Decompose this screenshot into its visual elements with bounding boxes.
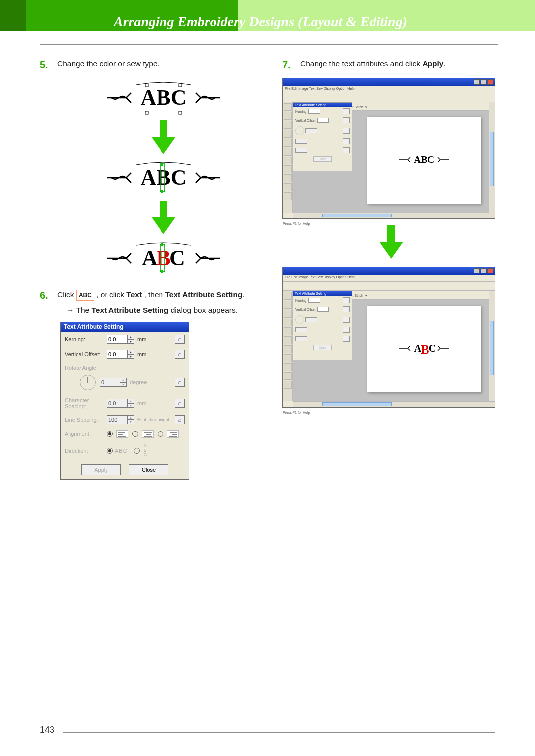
svg-text:A: A: [142, 246, 158, 270]
tool-icon[interactable]: [284, 336, 292, 344]
svg-text:ABC: ABC: [141, 165, 187, 190]
rotate-input: [100, 378, 120, 387]
text: Change the text attributes and click: [300, 59, 422, 68]
scrollbar-horizontal[interactable]: [293, 213, 495, 218]
reset-icon[interactable]: [343, 117, 350, 123]
reset-icon[interactable]: [175, 335, 185, 344]
tool-icon[interactable]: [284, 310, 292, 318]
reset-icon[interactable]: [343, 108, 350, 114]
panel-row-disabled: [293, 334, 352, 343]
reset-icon[interactable]: [175, 350, 185, 359]
design-page: A B C: [367, 306, 481, 392]
arrow-down-icon: [377, 225, 405, 260]
unit: % of char height: [137, 417, 169, 422]
scroll-thumb[interactable]: [322, 402, 392, 406]
text: → The: [66, 306, 92, 314]
svg-text:C: C: [429, 343, 436, 354]
panel-close-button[interactable]: Close: [313, 345, 332, 350]
tool-icon[interactable]: [284, 183, 292, 191]
side-toolbar: [283, 291, 293, 401]
motif-stage-1: ABC: [102, 78, 225, 117]
align-right-radio: [158, 431, 163, 437]
tool-icon[interactable]: [284, 301, 292, 309]
window-buttons: [474, 79, 493, 85]
text-attribute-panel: Text Attribute Setting Kerning: Vertical…: [293, 291, 352, 360]
row-kerning: Kerning: ▲▼ mm: [61, 332, 189, 347]
tool-icon[interactable]: [284, 327, 292, 335]
tool-icon[interactable]: [284, 148, 292, 156]
left-column: 5. Change the color or sew type. ABC: [40, 59, 258, 480]
tool-icon[interactable]: [284, 345, 292, 353]
field[interactable]: [317, 307, 329, 312]
align-right-icon: [167, 430, 179, 438]
panel-row-kerning: Kerning:: [293, 296, 352, 305]
kerning-spinner[interactable]: ▲▼: [127, 335, 134, 344]
reset-icon: [175, 378, 185, 387]
tool-icon[interactable]: [284, 165, 292, 173]
field[interactable]: [308, 109, 320, 114]
tool-icon[interactable]: [284, 354, 292, 362]
titlebar: [283, 78, 495, 86]
close-icon[interactable]: [487, 268, 493, 273]
scroll-thumb[interactable]: [322, 214, 392, 217]
label-align: Alignment:: [65, 431, 107, 437]
tool-icon[interactable]: [284, 363, 292, 371]
tool-icon[interactable]: [284, 292, 292, 300]
kerning-input[interactable]: [107, 335, 128, 344]
tas-bold: Text Attribute Setting: [92, 306, 169, 314]
tool-icon[interactable]: [284, 381, 292, 389]
text: , then: [144, 290, 165, 299]
text: dialog box appears.: [168, 306, 238, 314]
svg-text:B: B: [421, 342, 429, 357]
minimize-icon[interactable]: [474, 79, 480, 85]
field[interactable]: [308, 298, 320, 303]
close-button[interactable]: Close: [129, 464, 168, 475]
label: Vertical Offset:: [295, 308, 316, 311]
toolbar-secondary: ■ Direct Stitch ▾: [338, 291, 495, 300]
scrollbar-horizontal[interactable]: [293, 401, 495, 407]
menubar[interactable]: File Edit Image Text Sew Display Option …: [283, 86, 495, 93]
reset-icon[interactable]: [343, 297, 350, 303]
field[interactable]: [317, 118, 329, 123]
linesp-input: [107, 415, 128, 424]
scrollbar-vertical[interactable]: [489, 102, 495, 213]
maximize-icon[interactable]: [481, 268, 486, 273]
tool-icon[interactable]: [284, 112, 292, 120]
tool-icon[interactable]: [284, 372, 292, 380]
tool-icon[interactable]: [284, 192, 292, 200]
unit: degree: [130, 379, 147, 385]
header-band-dark: [0, 0, 26, 31]
text-attribute-panel: Text Attribute Setting Kerning: Vertical…: [293, 102, 352, 171]
maximize-icon[interactable]: [481, 79, 486, 85]
tool-icon[interactable]: [284, 157, 292, 164]
label: Vertical Offset:: [295, 119, 316, 122]
tool-icon[interactable]: [284, 139, 292, 147]
step-5-number: 5.: [40, 59, 57, 71]
scroll-thumb[interactable]: [490, 132, 494, 186]
tool-icon[interactable]: [284, 319, 292, 326]
align-center-radio: [132, 431, 138, 437]
svg-rect-1: [145, 111, 148, 114]
titlebar: [283, 267, 495, 275]
dialog-titlebar: Text Attribute Setting: [61, 322, 189, 332]
close-icon[interactable]: [487, 79, 493, 85]
tool-icon[interactable]: [284, 103, 292, 111]
panel-close-button[interactable]: Close: [313, 156, 332, 162]
voffset-spinner[interactable]: ▲▼: [127, 350, 134, 359]
tool-icon[interactable]: [284, 174, 292, 182]
menubar[interactable]: File Edit Image Text Sew Display Option …: [283, 275, 495, 282]
motif-stage-3: A B C: [102, 238, 225, 278]
dir-vert-sample: ABC: [144, 444, 147, 457]
text: .: [443, 59, 445, 68]
minimize-icon[interactable]: [474, 268, 480, 273]
tool-icon[interactable]: [284, 130, 292, 138]
right-column: 7. Change the text attributes and click …: [282, 59, 500, 408]
scroll-thumb[interactable]: [490, 321, 494, 375]
voffset-input[interactable]: [107, 350, 128, 359]
unit: mm: [137, 351, 146, 357]
step-7: 7. Change the text attributes and click …: [282, 59, 500, 71]
reset-icon: [343, 317, 350, 323]
scrollbar-vertical[interactable]: [489, 291, 495, 401]
reset-icon[interactable]: [343, 306, 350, 312]
tool-icon[interactable]: [284, 121, 292, 129]
